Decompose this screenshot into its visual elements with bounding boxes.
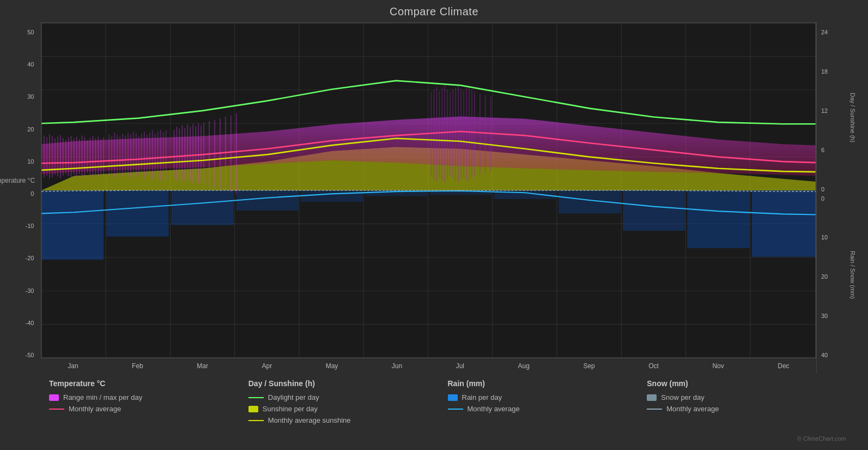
legend-col-sunshine: Day / Sunshine (h) Daylight per day Suns… bbox=[248, 379, 448, 442]
right-top-24: 24 bbox=[821, 29, 828, 35]
right-bot-10: 10 bbox=[821, 234, 828, 241]
legend-line-snow-avg bbox=[647, 409, 662, 410]
x-tick-oct: Oct bbox=[648, 362, 659, 370]
legend-label-rain-avg: Monthly average bbox=[468, 405, 520, 413]
chart-main: Valletta Valletta ClimeChart.com ClimeCh… bbox=[41, 22, 816, 374]
left-tick-n20: -20 bbox=[26, 255, 34, 261]
left-tick-n40: -40 bbox=[26, 320, 34, 326]
chart-svg bbox=[41, 23, 816, 358]
right-axis-label-bottom: Rain / Snow (mm) bbox=[849, 251, 856, 299]
right-top-18: 18 bbox=[821, 68, 828, 75]
left-tick-n10: -10 bbox=[26, 223, 34, 229]
legend-line-sunshine-avg bbox=[248, 420, 264, 421]
page-title: Compare Climate bbox=[11, 5, 857, 18]
x-axis: Jan Feb Mar Apr May Jun Jul Aug Sep Oct … bbox=[41, 358, 816, 374]
x-tick-sep: Sep bbox=[583, 362, 594, 370]
left-tick-40: 40 bbox=[27, 61, 34, 68]
svg-rect-32 bbox=[752, 190, 816, 257]
legend-label-sunshine: Sunshine per day bbox=[263, 405, 318, 413]
x-tick-dec: Dec bbox=[778, 362, 789, 370]
x-tick-apr: Apr bbox=[262, 362, 272, 370]
legend-label-temp-range: Range min / max per day bbox=[63, 393, 142, 401]
legend-item-temp-avg: Monthly average bbox=[49, 405, 248, 413]
chart-area: Valletta Valletta ClimeChart.com ClimeCh… bbox=[41, 22, 816, 358]
copyright: © ClimeChart.com bbox=[797, 419, 846, 442]
legend-label-sunshine-avg: Monthly average sunshine bbox=[268, 416, 351, 424]
svg-rect-25 bbox=[301, 190, 363, 202]
legend-line-rain-avg bbox=[448, 409, 463, 410]
chart-wrapper: Temperature °C 50 40 30 20 10 0 -10 -20 … bbox=[11, 22, 857, 374]
left-tick-50: 50 bbox=[27, 29, 34, 35]
legend-line-daylight bbox=[248, 397, 264, 398]
legend-label-daylight: Daylight per day bbox=[268, 393, 319, 401]
x-tick-feb: Feb bbox=[132, 362, 143, 370]
left-tick-10: 10 bbox=[27, 158, 34, 165]
left-axis-label: Temperature °C bbox=[0, 177, 35, 184]
x-tick-mar: Mar bbox=[197, 362, 208, 370]
legend-swatch-rain bbox=[448, 394, 458, 401]
legend-item-sunshine-avg: Monthly average sunshine bbox=[248, 416, 448, 424]
legend-col-snow: Snow (mm) Snow per day Monthly average ©… bbox=[647, 379, 846, 442]
right-axis: 24 18 12 6 0 0 10 20 30 40 Day / Sunshin… bbox=[816, 22, 857, 374]
legend-item-snow: Snow per day bbox=[647, 393, 846, 401]
svg-rect-21 bbox=[41, 190, 104, 260]
legend-col-temperature: Temperature °C Range min / max per day M… bbox=[49, 379, 248, 442]
legend-swatch-snow bbox=[647, 394, 657, 401]
svg-rect-23 bbox=[171, 190, 233, 225]
legend-label-rain: Rain per day bbox=[462, 393, 502, 401]
x-tick-aug: Aug bbox=[518, 362, 530, 370]
svg-rect-24 bbox=[236, 190, 299, 211]
legend-title-rain: Rain (mm) bbox=[448, 379, 647, 388]
legend-label-temp-avg: Monthly average bbox=[69, 405, 121, 413]
legend-item-temp-range: Range min / max per day bbox=[49, 393, 248, 401]
legend-area: Temperature °C Range min / max per day M… bbox=[11, 374, 857, 445]
right-bot-0: 0 bbox=[821, 195, 824, 202]
legend-title-temperature: Temperature °C bbox=[49, 379, 248, 388]
legend-col-rain: Rain (mm) Rain per day Monthly average bbox=[448, 379, 647, 442]
left-tick-0: 0 bbox=[31, 190, 34, 197]
page-container: Compare Climate Temperature °C 50 40 30 … bbox=[0, 0, 868, 450]
legend-line-temp-avg bbox=[49, 409, 64, 410]
right-top-6: 6 bbox=[821, 147, 824, 153]
right-top-0: 0 bbox=[821, 186, 824, 193]
right-bot-40: 40 bbox=[821, 352, 828, 358]
left-tick-n30: -30 bbox=[26, 287, 34, 294]
x-tick-nov: Nov bbox=[712, 362, 724, 370]
right-bot-20: 20 bbox=[821, 273, 828, 280]
legend-item-rain-avg: Monthly average bbox=[448, 405, 647, 413]
x-tick-jun: Jun bbox=[392, 362, 402, 370]
left-tick-20: 20 bbox=[27, 126, 34, 133]
svg-rect-30 bbox=[623, 190, 685, 231]
legend-item-rain: Rain per day bbox=[448, 393, 647, 401]
legend-label-snow-avg: Monthly average bbox=[666, 405, 719, 413]
legend-label-snow: Snow per day bbox=[661, 393, 705, 401]
x-tick-jan: Jan bbox=[68, 362, 78, 370]
legend-title-snow: Snow (mm) bbox=[647, 379, 846, 388]
svg-rect-22 bbox=[106, 190, 168, 237]
legend-swatch-temp-range bbox=[49, 394, 59, 401]
x-tick-jul: Jul bbox=[456, 362, 464, 370]
left-tick-n50: -50 bbox=[26, 352, 34, 358]
legend-swatch-sunshine bbox=[248, 406, 258, 412]
right-bot-30: 30 bbox=[821, 313, 828, 319]
svg-rect-31 bbox=[687, 190, 749, 248]
left-tick-30: 30 bbox=[27, 93, 34, 100]
x-tick-may: May bbox=[326, 362, 338, 370]
right-axis-label-top: Day / Sunshine (h) bbox=[849, 93, 856, 142]
legend-item-daylight: Daylight per day bbox=[248, 393, 448, 401]
right-top-12: 12 bbox=[821, 107, 828, 114]
legend-item-snow-avg: Monthly average bbox=[647, 405, 846, 413]
legend-item-sunshine: Sunshine per day bbox=[248, 405, 448, 413]
legend-title-sunshine: Day / Sunshine (h) bbox=[248, 379, 448, 388]
